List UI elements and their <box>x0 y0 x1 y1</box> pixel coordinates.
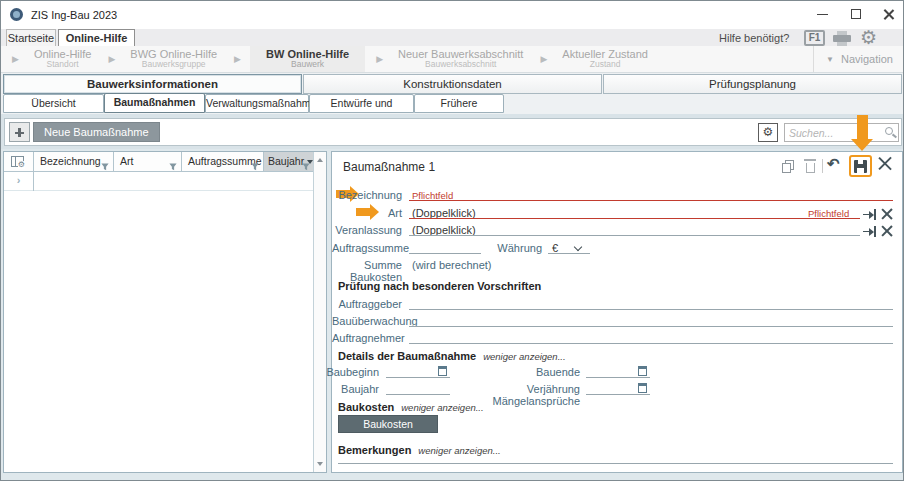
maximize-icon <box>851 9 861 19</box>
auftragnehmer-input[interactable] <box>409 330 893 344</box>
bezeichnung-input[interactable] <box>409 187 893 201</box>
new-baumassnahme-button[interactable]: Neue Baumaßnahme <box>33 122 160 142</box>
navigation-dropdown-button[interactable]: ▼ Navigation <box>813 46 904 72</box>
breadcrumb-subtitle: Standort <box>34 60 91 69</box>
delete-button[interactable] <box>804 159 816 173</box>
column-chooser-icon: ⚙ <box>11 156 24 167</box>
add-button[interactable] <box>9 122 30 142</box>
field-label-waehrung: Währung <box>472 242 542 254</box>
list-settings-button[interactable]: ⚙ <box>758 123 778 142</box>
gear-icon: ⚙ <box>763 125 774 139</box>
auftragssumme-input[interactable] <box>409 240 481 254</box>
breadcrumb-item-zustand[interactable]: Aktueller Zustand Zustand <box>556 46 654 71</box>
collapse-link[interactable]: weniger anzeigen... <box>401 402 483 413</box>
tab-fruehere-pruefungen[interactable]: Frühere Prüfungen <box>414 94 504 113</box>
tab-entwuerfe-und-berechnungen[interactable]: Entwürfe und Berechnungen <box>309 94 414 113</box>
breadcrumb: ▶ Online-Hilfe Standort ▶ BWG Online-Hil… <box>1 46 904 73</box>
tab-baumassnahmen[interactable]: Baumaßnahmen <box>104 93 205 113</box>
assign-arrow-icon[interactable] <box>863 209 876 220</box>
breadcrumb-subtitle: Bauwerk <box>266 60 349 69</box>
f1-help-button[interactable]: F1 <box>804 30 825 46</box>
tab-verwaltungsmassnahmen[interactable]: Verwaltungsmaßnahmen <box>205 94 309 113</box>
tab-label: Online-Hilfe <box>66 32 128 44</box>
column-header-bezeichnung[interactable]: Bezeichnung <box>34 152 114 172</box>
field-label-auftragnehmer: Auftragnehmer <box>332 332 402 344</box>
breadcrumb-arrow-icon: ▶ <box>234 54 241 64</box>
column-header-auftragssumme[interactable]: Auftragssumme <box>182 152 264 172</box>
toolbar: Neue Baumaßnahme ⚙ <box>4 118 902 146</box>
bauueberwachung-input[interactable] <box>409 313 893 327</box>
print-icon[interactable] <box>833 31 851 46</box>
column-header-art[interactable]: Art <box>114 152 182 172</box>
scroll-down-icon[interactable] <box>317 462 323 466</box>
collapse-link[interactable]: weniger anzeigen... <box>483 351 565 362</box>
tab-uebersicht[interactable]: Übersicht <box>3 94 104 113</box>
copy-button[interactable] <box>782 160 796 173</box>
field-label-bauende: Bauende <box>510 366 580 378</box>
breadcrumb-item-bauwerksgruppe[interactable]: BWG Online-Hilfe Bauwerksgruppe <box>124 46 223 71</box>
clear-field-icon[interactable] <box>881 208 893 220</box>
divider <box>822 159 823 173</box>
plus-icon <box>15 128 24 137</box>
clear-field-icon[interactable] <box>881 225 893 237</box>
section-heading-details: Details der Baumaßnahmeweniger anzeigen.… <box>338 350 566 362</box>
field-label-auftragssumme: Auftragssumme <box>332 242 402 254</box>
minimize-button[interactable] <box>807 1 837 27</box>
calendar-icon[interactable] <box>638 383 647 393</box>
undo-button[interactable]: ↶ <box>827 155 840 173</box>
tab-label: Startseite <box>8 32 54 44</box>
baumassnahme-detail-panel: Baumaßnahme 1 ↶ Bezeichnung Pflichtfeld … <box>331 151 903 473</box>
navigation-label: Navigation <box>841 53 893 65</box>
chevron-down-icon: ▼ <box>826 55 834 64</box>
field-label-art: Art <box>332 207 402 219</box>
calendar-icon[interactable] <box>438 366 447 376</box>
breadcrumb-subtitle: Bauwerksgruppe <box>130 60 217 69</box>
window-title: ZIS Ing-Bau 2023 <box>31 9 117 21</box>
waehrung-select[interactable] <box>548 240 590 254</box>
trash-can <box>806 163 815 173</box>
list-scrollbar[interactable] <box>313 152 326 472</box>
scroll-up-icon[interactable] <box>317 158 323 162</box>
close-panel-button[interactable] <box>878 156 892 170</box>
save-button-highlighted[interactable] <box>849 155 872 177</box>
breadcrumb-item-standort[interactable]: Online-Hilfe Standort <box>28 46 97 71</box>
assign-arrow-icon[interactable] <box>863 226 876 237</box>
settings-gear-icon[interactable]: ⚙ <box>860 28 877 47</box>
column-label: Baujahr <box>268 155 304 167</box>
title-bar: ZIS Ing-Bau 2023 <box>1 1 904 29</box>
tab-bauwerksinformationen[interactable]: Bauwerksinformationen <box>3 74 302 94</box>
veranlassung-field-line[interactable] <box>409 222 860 236</box>
search-box <box>784 123 899 142</box>
tab-startseite[interactable]: Startseite <box>6 29 56 46</box>
breadcrumb-item-bauwerksabschnitt[interactable]: Neuer Bauwerksabschnitt Bauwerksabschnit… <box>392 46 529 71</box>
section-heading-pruefung: Prüfung nach besonderen Vorschriften <box>338 280 541 292</box>
maximize-button[interactable] <box>841 1 871 27</box>
field-label-veranlassung: Veranlassung <box>332 224 402 236</box>
art-field-line[interactable] <box>409 205 860 219</box>
column-label: Bezeichnung <box>40 155 101 167</box>
breadcrumb-item-bauwerk[interactable]: BW Online-Hilfe Bauwerk <box>250 46 365 71</box>
tab-konstruktionsdaten[interactable]: Konstruktionsdaten <box>303 74 602 94</box>
column-chooser-cell[interactable]: ⚙ <box>4 152 34 172</box>
field-label-auftraggeber: Auftraggeber <box>332 298 402 310</box>
auftraggeber-input[interactable] <box>409 296 893 310</box>
section-heading-baukosten: Baukostenweniger anzeigen... <box>338 401 484 413</box>
column-header-baujahr[interactable]: Baujahr <box>264 152 315 172</box>
tab-pruefungsplanung[interactable]: Prüfungsplanung <box>603 74 902 94</box>
section-title: Details der Baumaßnahme <box>338 350 476 362</box>
tab-online-hilfe[interactable]: Online-Hilfe <box>58 29 135 46</box>
row-indicator-chevron: › <box>4 172 34 191</box>
annotation-arrow-save-head <box>851 139 873 151</box>
breadcrumb-arrow-icon: ▶ <box>540 54 547 64</box>
printer-body <box>833 35 851 42</box>
bemerkungen-input[interactable] <box>338 450 893 464</box>
table-row[interactable]: › <box>4 172 315 191</box>
close-window-button[interactable] <box>873 1 903 27</box>
calendar-icon[interactable] <box>638 366 647 376</box>
add-baukosten-button[interactable]: Baukosten hinzufügen <box>338 415 438 433</box>
breadcrumb-arrow-icon: ▶ <box>12 54 19 64</box>
toolbar-strip: Neue Baumaßnahme ⚙ <box>1 114 904 149</box>
search-icon[interactable] <box>885 127 893 135</box>
close-icon <box>883 9 894 20</box>
baumassnahmen-list-panel: ⚙ Bezeichnung Art Auftragssumme Baujahr … <box>3 151 327 473</box>
